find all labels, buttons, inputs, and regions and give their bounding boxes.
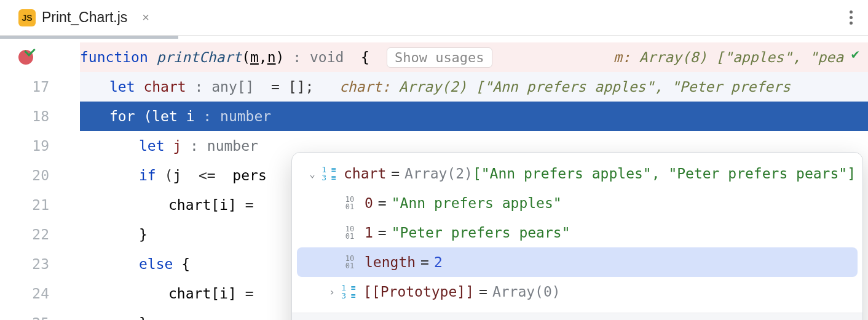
code-line-current-exec: for ( let i : number	[80, 102, 868, 131]
operator: =	[237, 197, 254, 213]
var-value: ["Ann prefers apples", "Peter prefers pe…	[473, 166, 856, 182]
brace: {	[181, 256, 190, 272]
primitive-icon: 1001	[341, 255, 358, 269]
var-value: "Ann prefers apples"	[392, 195, 562, 211]
identifier: chart	[168, 197, 211, 213]
gutter: 17 18 19 20 21 22 23 24 25	[0, 39, 80, 320]
index-expr: [i]	[211, 197, 237, 213]
brace: {	[344, 49, 369, 65]
index-expr: [i]	[211, 286, 237, 302]
expand-icon[interactable]: ⌄	[304, 168, 320, 180]
breakpoint-marker[interactable]	[0, 42, 80, 72]
operator: = [];	[262, 79, 339, 95]
line-number[interactable]: 24	[0, 279, 80, 308]
inspection-ok-icon[interactable]: ✔	[851, 46, 859, 62]
brace: }	[139, 226, 148, 242]
identifier: j	[173, 167, 181, 183]
inline-debug-name[interactable]: m:	[614, 49, 631, 65]
js-file-icon: JS	[18, 9, 36, 26]
debug-popup-footer: Set value F2 Add as inline watch	[292, 313, 862, 320]
identifier: chart	[143, 79, 186, 95]
identifier: pers	[232, 167, 266, 183]
paren: (	[143, 108, 152, 124]
var-name: 0	[365, 195, 373, 211]
identifier: j	[173, 138, 181, 154]
expand-icon[interactable]: ›	[324, 286, 340, 298]
param: n	[267, 49, 276, 65]
line-number[interactable]: 25	[0, 308, 80, 320]
var-name: 1	[365, 225, 373, 241]
line-number[interactable]: 20	[0, 161, 80, 190]
identifier: chart	[168, 286, 211, 302]
keyword: for	[109, 108, 143, 124]
identifier: i	[186, 108, 195, 124]
operator: =	[237, 286, 254, 302]
file-tab-title: Print_Chart.js	[42, 9, 127, 26]
line-number[interactable]: 17	[0, 72, 80, 102]
line-number[interactable]: 23	[0, 249, 80, 279]
debug-tree-row[interactable]: 1001 0 = "Ann prefers apples"	[292, 188, 862, 218]
comma: ,	[259, 49, 267, 65]
keyword: function	[80, 49, 148, 65]
var-value: "Peter prefers pears"	[392, 225, 570, 241]
var-value: 2	[434, 254, 443, 270]
code-line: let chart : any[] = []; chart: Array(2) …	[80, 72, 868, 102]
debug-tree-row[interactable]: ⌄ 1 ≡3 ≡ chart = Array(2) ["Ann prefers …	[292, 159, 862, 188]
var-type: Array(2)	[404, 166, 473, 182]
keyword: else	[139, 256, 181, 272]
code-editor[interactable]: 17 18 19 20 21 22 23 24 25 ✔ function pr…	[0, 39, 868, 320]
debug-tree-row[interactable]: › 1 ≡3 ≡ [[Prototype]] = Array(0)	[292, 277, 862, 306]
type-hint: : number	[181, 138, 258, 154]
array-icon: 1 ≡3 ≡	[320, 167, 337, 180]
tab-bar: JS Print_Chart.js ×	[0, 0, 868, 36]
function-name: printChart	[157, 49, 242, 65]
primitive-icon: 1001	[341, 196, 358, 210]
var-name: [[Prototype]]	[363, 284, 474, 300]
debug-tree-row[interactable]: 1001 1 = "Peter prefers pears"	[292, 218, 862, 247]
debug-tree-row-selected[interactable]: 1001 length = 2	[297, 247, 858, 277]
line-number[interactable]: 21	[0, 190, 80, 220]
operator: <=	[181, 167, 232, 183]
keyword: if	[139, 167, 165, 183]
primitive-icon: 1001	[341, 226, 358, 239]
param: m	[250, 49, 259, 65]
inline-debug-value[interactable]: Array(8) ["apples", "pea	[631, 49, 843, 65]
debug-value-popup: ⌄ 1 ≡3 ≡ chart = Array(2) ["Ann prefers …	[291, 152, 863, 320]
type-hint: : void	[284, 49, 344, 65]
line-number[interactable]: 22	[0, 220, 80, 249]
type-hint: : any[]	[186, 79, 263, 95]
keyword: let	[152, 108, 186, 124]
file-tab[interactable]: JS Print_Chart.js ×	[11, 1, 157, 35]
brace: }	[139, 315, 148, 320]
line-number[interactable]: 19	[0, 131, 80, 161]
paren: (	[165, 167, 173, 183]
type-hint: : number	[195, 108, 272, 124]
paren: )	[276, 49, 285, 65]
tab-options-menu[interactable]	[843, 7, 858, 29]
var-value: Array(0)	[492, 284, 561, 300]
array-icon: 1 ≡3 ≡	[340, 285, 357, 298]
code-line: function printChart ( m , n ) : void { S…	[80, 42, 868, 72]
keyword: let	[109, 79, 143, 95]
close-tab-icon[interactable]: ×	[142, 10, 149, 25]
inline-debug-name[interactable]: chart:	[339, 79, 390, 95]
inline-debug-value[interactable]: Array(2) ["Ann prefers apples", "Peter p…	[390, 79, 791, 95]
paren: (	[242, 49, 250, 65]
show-usages-hint[interactable]: Show usages	[387, 47, 492, 68]
var-name: length	[365, 254, 416, 270]
var-name: chart	[344, 166, 386, 182]
keyword: let	[139, 138, 173, 154]
line-number[interactable]: 18	[0, 102, 80, 131]
